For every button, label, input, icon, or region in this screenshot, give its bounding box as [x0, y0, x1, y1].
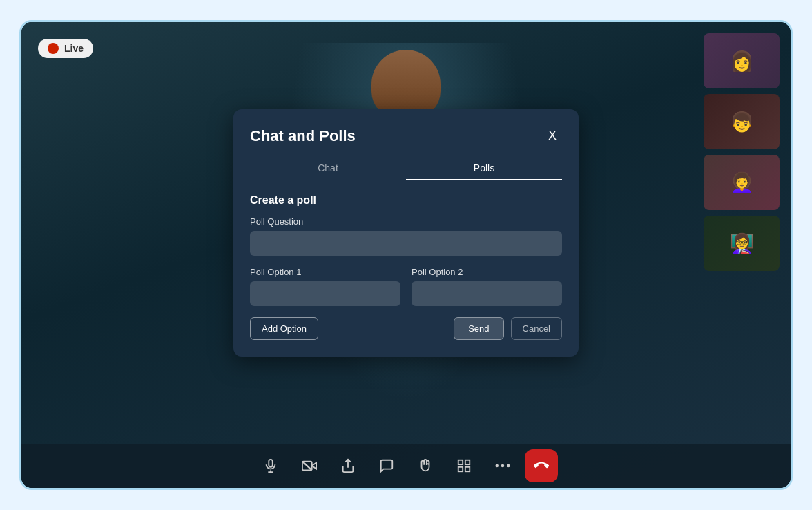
create-poll-title: Create a poll [250, 194, 562, 207]
modal-title: Chat and Polls [250, 127, 356, 145]
video-conference-frame: Live 👩 👦 👩‍🦱 👩‍🏫 [19, 20, 793, 490]
modal-overlay: Chat and Polls X Chat Polls Create a pol… [21, 22, 791, 488]
poll-question-input[interactable] [250, 231, 562, 256]
poll-option1-input[interactable] [250, 281, 400, 306]
poll-option-1-group: Poll Option 1 [250, 267, 400, 306]
tab-chat[interactable]: Chat [250, 157, 406, 180]
poll-option2-label: Poll Option 2 [412, 267, 562, 277]
modal-actions: Add Option Send Cancel [250, 317, 562, 340]
modal-header: Chat and Polls X [250, 126, 562, 146]
poll-option-2-group: Poll Option 2 [412, 267, 562, 306]
add-option-button[interactable]: Add Option [250, 317, 318, 340]
modal-close-button[interactable]: X [543, 126, 562, 146]
send-button[interactable]: Send [454, 317, 503, 340]
cancel-button[interactable]: Cancel [511, 317, 562, 340]
poll-option2-input[interactable] [412, 281, 562, 306]
poll-options-row: Poll Option 1 Poll Option 2 [250, 267, 562, 306]
poll-option1-label: Poll Option 1 [250, 267, 400, 277]
poll-question-label: Poll Question [250, 216, 562, 227]
tab-polls[interactable]: Polls [406, 157, 562, 180]
modal-tabs: Chat Polls [250, 157, 562, 180]
poll-form: Create a poll Poll Question Poll Option … [250, 194, 562, 340]
chat-polls-modal: Chat and Polls X Chat Polls Create a pol… [233, 109, 579, 357]
